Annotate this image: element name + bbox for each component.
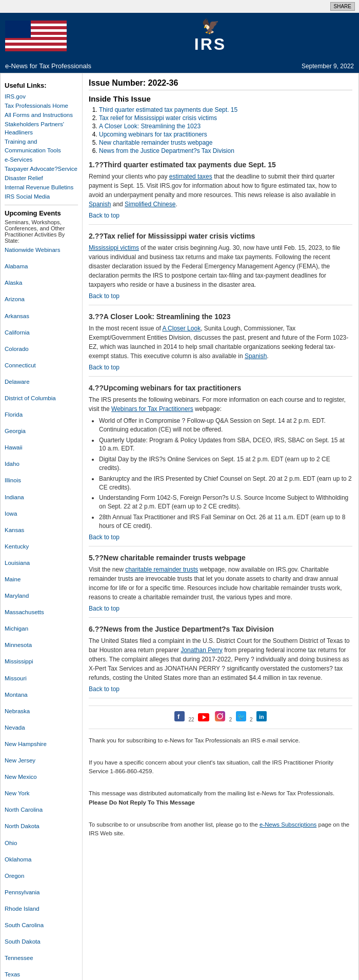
sidebar-link-state-north-carolina[interactable]: North Carolina <box>5 806 78 814</box>
mississippi-victims-link[interactable]: Mississippi victims <box>89 244 139 251</box>
sidebar-link-state-hawaii[interactable]: Hawaii <box>5 443 78 452</box>
section-1-body: Remind your clients who pay estimated ta… <box>89 172 352 209</box>
facebook-count: 22 <box>189 717 194 722</box>
toc-link-3[interactable]: A Closer Look: Streamlining the 1023 <box>99 123 201 130</box>
sidebar-link-state-connecticut[interactable]: Connecticut <box>5 361 78 369</box>
sidebar-link-state-new-mexico[interactable]: New Mexico <box>5 773 78 781</box>
estimated-taxes-link[interactable]: estimated taxes <box>169 173 212 180</box>
sidebar-link-taxpayer-advocate[interactable]: Taxpayer Advocate?Service <box>5 165 78 173</box>
sidebar-link-state-texas[interactable]: Texas <box>5 970 78 978</box>
sidebar-link-state-mississippi[interactable]: Mississippi <box>5 657 78 665</box>
back-to-top-1[interactable]: Back to top <box>89 212 352 219</box>
section-1-heading: Third quarter estimated tax payments due… <box>104 161 276 169</box>
section-6-heading: News from the Justice Department?s Tax D… <box>104 625 274 633</box>
sidebar-link-state-colorado[interactable]: Colorado <box>5 345 78 353</box>
share-button[interactable]: SHARE <box>330 2 355 11</box>
webinars-link[interactable]: Webinars for Tax Practitioners <box>111 405 193 413</box>
sidebar-link-state-rhode-island[interactable]: Rhode Island <box>5 905 78 913</box>
sidebar-link-tax-professionals-home[interactable]: Tax Professionals Home <box>5 102 78 110</box>
toc-link-1[interactable]: Third quarter estimated tax payments due… <box>99 106 237 113</box>
sidebar-link-state-illinois[interactable]: Illinois <box>5 476 78 484</box>
sidebar-link-state-new-jersey[interactable]: New Jersey <box>5 756 78 765</box>
sidebar-link-state-indiana[interactable]: Indiana <box>5 493 78 501</box>
sidebar-link-state-south-dakota[interactable]: South Dakota <box>5 937 78 946</box>
section-4-number: 4.?? <box>89 384 104 392</box>
social-bar: f 22 2 🐦 2 in <box>89 705 352 729</box>
sidebar-link-state-district-of-columbia[interactable]: District of Columbia <box>5 394 78 402</box>
spanish-link-1[interactable]: Spanish <box>89 201 111 208</box>
sidebar-link-state-tennessee[interactable]: Tennessee <box>5 954 78 962</box>
sidebar-link-state-oklahoma[interactable]: Oklahoma <box>5 855 78 864</box>
section-2: 2.??Tax relief for Mississippi water cri… <box>89 232 352 305</box>
toc-link-2[interactable]: Tax relief for Mississippi water crisis … <box>99 114 217 122</box>
inside-this-issue-title: Inside This Issue <box>89 94 352 103</box>
section-5-body: Visit the new charitable remainder trust… <box>89 565 352 602</box>
sidebar-link-state-nevada[interactable]: Nevada <box>5 723 78 732</box>
toc-link-6[interactable]: News from the Justice Department?s Tax D… <box>99 147 234 154</box>
back-to-top-6[interactable]: Back to top <box>89 685 352 693</box>
sidebar-link-state-ohio[interactable]: Ohio <box>5 839 78 847</box>
sidebar-link-eservices[interactable]: e-Services <box>5 155 78 164</box>
webinar-item-6: 28th Annual Tax Practitioner and IRS Fal… <box>99 513 352 531</box>
sidebar-link-training[interactable]: Training and Communication Tools <box>5 138 78 154</box>
sidebar-link-disaster[interactable]: Disaster Relief <box>5 174 78 182</box>
sidebar-link-state-alaska[interactable]: Alaska <box>5 279 78 287</box>
sidebar-link-state-nebraska[interactable]: Nebraska <box>5 707 78 715</box>
sidebar-link-state-missouri[interactable]: Missouri <box>5 674 78 682</box>
seminars-text: Seminars, Workshops, Conferences, and Ot… <box>5 219 78 244</box>
svg-text:in: in <box>259 714 264 720</box>
sidebar-link-state-massachusetts[interactable]: Massachusetts <box>5 608 78 616</box>
toc-link-5[interactable]: New charitable remainder trusts webpage <box>99 139 212 146</box>
sidebar-link-state-north-dakota[interactable]: North Dakota <box>5 822 78 830</box>
footer-line-4: To subscribe to or unsubscribe from anot… <box>89 817 352 841</box>
svg-point-6 <box>222 713 223 714</box>
sidebar-link-state-arizona[interactable]: Arizona <box>5 295 78 303</box>
sidebar-link-state-iowa[interactable]: Iowa <box>5 509 78 518</box>
sidebar-link-state-louisiana[interactable]: Louisiana <box>5 559 78 567</box>
sidebar-link-irsgov[interactable]: IRS.gov <box>5 92 78 101</box>
sidebar-link-social-media[interactable]: IRS Social Media <box>5 192 78 201</box>
sidebar-link-state-california[interactable]: California <box>5 328 78 337</box>
sidebar-link-stakeholders[interactable]: Stakeholders Partners' Headliners <box>5 120 78 136</box>
youtube-icon[interactable] <box>198 713 209 723</box>
twitter-icon[interactable]: 🐦 <box>236 711 246 723</box>
sidebar-link-nationwide[interactable]: Nationwide Webinars <box>5 246 78 254</box>
simplified-chinese-link[interactable]: Simplified Chinese <box>125 201 175 208</box>
sidebar-link-irb[interactable]: Internal Revenue Bulletins <box>5 183 78 191</box>
instagram-icon[interactable] <box>215 711 225 723</box>
sidebar-link-state-idaho[interactable]: Idaho <box>5 460 78 468</box>
webinar-item-3: Digital Day by the IRS?s Online Services… <box>99 455 352 473</box>
closer-look-link[interactable]: A Closer Look <box>162 325 201 332</box>
sidebar-link-state-arkansas[interactable]: Arkansas <box>5 312 78 320</box>
charitable-remainder-link[interactable]: charitable remainder trusts <box>125 566 198 573</box>
sidebar-link-state-florida[interactable]: Florida <box>5 410 78 419</box>
sidebar-link-state-new-hampshire[interactable]: New Hampshire <box>5 740 78 748</box>
back-to-top-2[interactable]: Back to top <box>89 292 352 300</box>
linkedin-icon[interactable]: in <box>256 711 267 723</box>
sidebar-link-state-kansas[interactable]: Kansas <box>5 526 78 534</box>
sidebar-link-state-maryland[interactable]: Maryland <box>5 592 78 600</box>
sidebar-link-state-georgia[interactable]: Georgia <box>5 427 78 435</box>
sidebar-link-state-new-york[interactable]: New York <box>5 789 78 797</box>
enews-subscriptions-link[interactable]: e-News Subscriptions <box>260 821 316 828</box>
sidebar: Useful Links: IRS.gov Tax Professionals … <box>1 73 83 980</box>
sidebar-link-state-kentucky[interactable]: Kentucky <box>5 542 78 551</box>
sidebar-link-state-maine[interactable]: Maine <box>5 575 78 583</box>
back-to-top-5[interactable]: Back to top <box>89 605 352 612</box>
sidebar-link-state-pennsylvania[interactable]: Pennsylvania <box>5 888 78 896</box>
sidebar-link-forms[interactable]: All Forms and Instructions <box>5 111 78 119</box>
sidebar-link-state-delaware[interactable]: Delaware <box>5 378 78 386</box>
facebook-icon[interactable]: f <box>174 711 185 723</box>
toc-link-4[interactable]: Upcoming webinars for tax practitioners <box>99 131 207 138</box>
spanish-link-3[interactable]: Spanish <box>245 352 267 360</box>
sidebar-link-state-alabama[interactable]: Alabama <box>5 262 78 270</box>
back-to-top-4[interactable]: Back to top <box>89 534 352 541</box>
sidebar-link-state-montana[interactable]: Montana <box>5 691 78 699</box>
svg-rect-4 <box>215 711 225 721</box>
back-to-top-3[interactable]: Back to top <box>89 364 352 371</box>
sidebar-link-state-south-carolina[interactable]: South Carolina <box>5 921 78 929</box>
sidebar-link-state-minnesota[interactable]: Minnesota <box>5 641 78 649</box>
sidebar-link-state-michigan[interactable]: Michigan <box>5 624 78 633</box>
jonathan-perry-link[interactable]: Jonathan Perry <box>181 646 222 654</box>
sidebar-link-state-oregon[interactable]: Oregon <box>5 872 78 880</box>
